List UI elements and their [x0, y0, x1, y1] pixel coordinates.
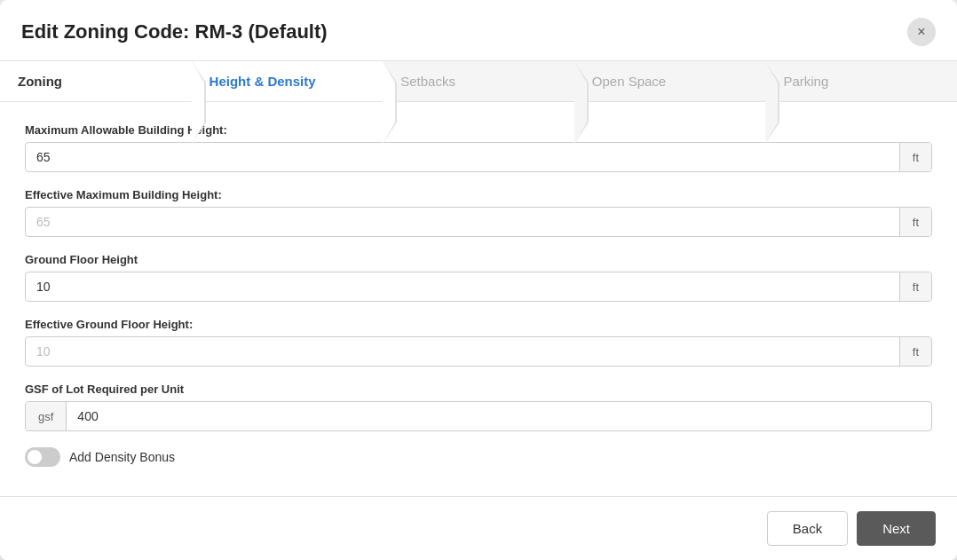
- prefix-gsf-lot: gsf: [26, 402, 67, 430]
- input-row-max-building-height: ft: [25, 142, 932, 172]
- input-row-effective-ground-floor-height: ft: [25, 336, 932, 367]
- tab-parking[interactable]: Parking: [765, 61, 957, 101]
- edit-zoning-modal: Edit Zoning Code: RM-3 (Default) × Zonin…: [0, 0, 957, 560]
- input-ground-floor-height[interactable]: [26, 272, 899, 301]
- next-button[interactable]: Next: [857, 511, 936, 546]
- back-button[interactable]: Back: [767, 511, 848, 546]
- modal-footer: Back Next: [0, 496, 957, 560]
- modal-header: Edit Zoning Code: RM-3 (Default) ×: [0, 0, 957, 61]
- input-effective-max-building-height[interactable]: [26, 208, 899, 236]
- unit-max-building-height: ft: [899, 143, 931, 171]
- tab-zoning[interactable]: Zoning: [0, 61, 192, 101]
- input-max-building-height[interactable]: [26, 143, 899, 171]
- label-ground-floor-height: Ground Floor Height: [25, 253, 932, 266]
- tab-height-density[interactable]: Height & Density: [192, 61, 384, 101]
- label-effective-ground-floor-height: Effective Ground Floor Height:: [25, 318, 932, 331]
- input-row-ground-floor-height: ft: [25, 272, 932, 302]
- form-content: Maximum Allowable Building Height: ft Ef…: [0, 102, 957, 496]
- input-gsf-lot[interactable]: [67, 402, 931, 430]
- field-max-building-height: Maximum Allowable Building Height: ft: [25, 123, 932, 172]
- close-button[interactable]: ×: [907, 18, 936, 46]
- input-row-gsf-lot: gsf: [25, 401, 932, 431]
- tab-setbacks[interactable]: Setbacks: [383, 61, 574, 101]
- density-bonus-label: Add Density Bonus: [69, 450, 175, 464]
- density-bonus-toggle[interactable]: [25, 447, 60, 467]
- density-bonus-toggle-row: Add Density Bonus: [25, 447, 932, 467]
- tab-open-space[interactable]: Open Space: [574, 61, 766, 101]
- unit-effective-max-building-height: ft: [899, 208, 931, 236]
- label-max-building-height: Maximum Allowable Building Height:: [25, 123, 932, 137]
- label-effective-max-building-height: Effective Maximum Building Height:: [25, 188, 932, 201]
- field-effective-max-building-height: Effective Maximum Building Height: ft: [25, 188, 932, 237]
- unit-ground-floor-height: ft: [899, 272, 931, 301]
- input-row-effective-max-building-height: ft: [25, 207, 932, 237]
- label-gsf-lot: GSF of Lot Required per Unit: [25, 383, 932, 396]
- field-ground-floor-height: Ground Floor Height ft: [25, 253, 932, 302]
- steps-bar: Zoning Height & Density Setbacks Open Sp…: [0, 61, 957, 102]
- field-effective-ground-floor-height: Effective Ground Floor Height: ft: [25, 318, 932, 367]
- input-effective-ground-floor-height[interactable]: [26, 337, 899, 366]
- unit-effective-ground-floor-height: ft: [899, 337, 931, 366]
- field-gsf-lot: GSF of Lot Required per Unit gsf: [25, 383, 932, 431]
- modal-title: Edit Zoning Code: RM-3 (Default): [21, 20, 328, 43]
